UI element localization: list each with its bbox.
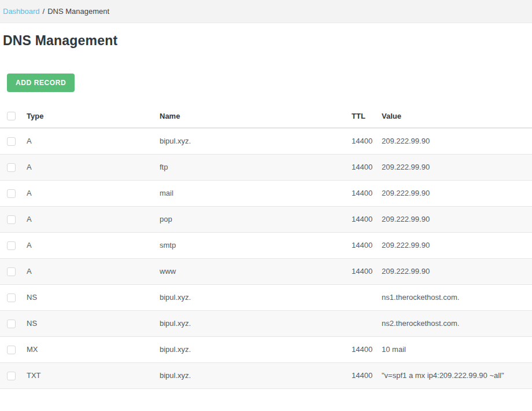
table-header-row: Type Name TTL Value — [0, 104, 532, 128]
table-row: TXT bipul.xyz. 14400 "v=spf1 a mx ip4:20… — [0, 362, 532, 388]
record-value: 209.222.99.90 — [382, 137, 430, 145]
record-ttl: 14400 — [352, 137, 372, 145]
record-ttl: 14400 — [352, 163, 372, 171]
record-name: smtp — [160, 241, 176, 249]
record-name: bipul.xyz. — [160, 293, 191, 302]
record-type: NS — [27, 293, 37, 302]
record-value-cell: ns2.therockethost.com. — [382, 310, 532, 336]
record-ttl-cell: 14400 — [352, 258, 382, 284]
breadcrumb-link-dashboard[interactable]: Dashboard — [3, 7, 40, 16]
table-row: A smtp 14400 209.222.99.90 — [0, 232, 532, 258]
record-name-cell: pop — [160, 206, 352, 232]
record-name: bipul.xyz. — [160, 137, 191, 145]
table-row: A ftp 14400 209.222.99.90 — [0, 154, 532, 180]
row-checkbox[interactable] — [7, 267, 16, 276]
page-title: DNS Management — [3, 33, 532, 48]
record-type-cell: MX — [27, 336, 160, 362]
record-type: MX — [27, 345, 38, 354]
row-checkbox[interactable] — [7, 189, 16, 198]
row-checkbox[interactable] — [7, 215, 16, 224]
record-name: bipul.xyz. — [160, 345, 191, 354]
row-checkbox[interactable] — [7, 320, 16, 328]
record-name-cell: ftp — [160, 154, 352, 180]
record-value-cell: 209.222.99.90 — [382, 128, 532, 154]
row-checkbox-cell — [0, 232, 27, 258]
record-value-cell: "v=spf1 a mx ip4:209.222.99.90 ~all" — [382, 362, 532, 388]
record-ttl-cell: 14400 — [352, 232, 382, 258]
record-value: 209.222.99.90 — [382, 215, 430, 223]
breadcrumb: Dashboard / DNS Management — [0, 0, 532, 23]
record-type-cell: A — [27, 128, 160, 154]
table-row: NS bipul.xyz. ns1.therockethost.com. — [0, 284, 532, 310]
record-ttl: 14400 — [352, 267, 372, 276]
record-ttl-cell: 14400 — [352, 362, 382, 388]
record-value-cell: 10 mail — [382, 336, 532, 362]
record-value-cell: 209.222.99.90 — [382, 258, 532, 284]
record-type: TXT — [27, 371, 41, 380]
table-row: A mail 14400 209.222.99.90 — [0, 180, 532, 206]
record-type: A — [27, 215, 32, 223]
row-checkbox[interactable] — [7, 293, 16, 302]
record-ttl: 14400 — [352, 241, 372, 249]
record-name: pop — [160, 215, 172, 223]
record-name: ftp — [160, 163, 168, 171]
select-all-cell — [0, 104, 27, 128]
record-value: 10 mail — [382, 345, 406, 354]
row-checkbox-cell — [0, 154, 27, 180]
table-row: NS bipul.xyz. ns2.therockethost.com. — [0, 310, 532, 336]
record-type: A — [27, 163, 32, 171]
row-checkbox[interactable] — [7, 372, 16, 380]
record-name-cell: bipul.xyz. — [160, 128, 352, 154]
column-header-name: Name — [160, 104, 352, 128]
record-type: NS — [27, 319, 37, 328]
record-value: 209.222.99.90 — [382, 241, 430, 249]
record-ttl: 14400 — [352, 189, 372, 197]
record-name: bipul.xyz. — [160, 319, 191, 328]
row-checkbox[interactable] — [7, 241, 16, 250]
record-type: A — [27, 267, 32, 276]
record-value: 209.222.99.90 — [382, 189, 430, 197]
row-checkbox-cell — [0, 336, 27, 362]
row-checkbox-cell — [0, 180, 27, 206]
row-checkbox[interactable] — [7, 163, 16, 172]
record-value-cell: 209.222.99.90 — [382, 154, 532, 180]
record-name-cell: bipul.xyz. — [160, 310, 352, 336]
record-type: A — [27, 241, 32, 249]
record-value: ns1.therockethost.com. — [382, 293, 459, 302]
table-row: MX bipul.xyz. 14400 10 mail — [0, 336, 532, 362]
row-checkbox-cell — [0, 284, 27, 310]
record-value: ns2.therockethost.com. — [382, 319, 459, 328]
record-type-cell: A — [27, 232, 160, 258]
record-name-cell: smtp — [160, 232, 352, 258]
select-all-checkbox[interactable] — [7, 112, 16, 120]
column-header-value: Value — [382, 104, 532, 128]
record-ttl-cell: 14400 — [352, 206, 382, 232]
table-row: A www 14400 209.222.99.90 — [0, 258, 532, 284]
column-header-ttl: TTL — [352, 104, 382, 128]
record-name-cell: bipul.xyz. — [160, 362, 352, 388]
record-ttl: 14400 — [352, 371, 372, 380]
record-name: mail — [160, 189, 173, 197]
breadcrumb-separator: / — [43, 7, 45, 16]
record-name-cell: bipul.xyz. — [160, 284, 352, 310]
record-value-cell: ns1.therockethost.com. — [382, 284, 532, 310]
row-checkbox[interactable] — [7, 346, 16, 354]
record-type-cell: NS — [27, 310, 160, 336]
record-name: www — [160, 267, 176, 276]
record-ttl-cell: 14400 — [352, 336, 382, 362]
record-type-cell: A — [27, 206, 160, 232]
record-value: "v=spf1 a mx ip4:209.222.99.90 ~all" — [382, 371, 504, 380]
record-name: bipul.xyz. — [160, 371, 191, 380]
record-value-cell: 209.222.99.90 — [382, 232, 532, 258]
row-checkbox[interactable] — [7, 137, 16, 146]
record-name-cell: www — [160, 258, 352, 284]
add-record-button[interactable]: ADD RECORD — [7, 74, 75, 92]
table-row: A pop 14400 209.222.99.90 — [0, 206, 532, 232]
dns-records-table: Type Name TTL Value A bipul.xyz. 14400 2… — [0, 104, 532, 389]
row-checkbox-cell — [0, 206, 27, 232]
record-type: A — [27, 189, 32, 197]
row-checkbox-cell — [0, 128, 27, 154]
record-ttl-cell: 14400 — [352, 180, 382, 206]
column-header-type: Type — [27, 104, 160, 128]
record-value-cell: 209.222.99.90 — [382, 206, 532, 232]
